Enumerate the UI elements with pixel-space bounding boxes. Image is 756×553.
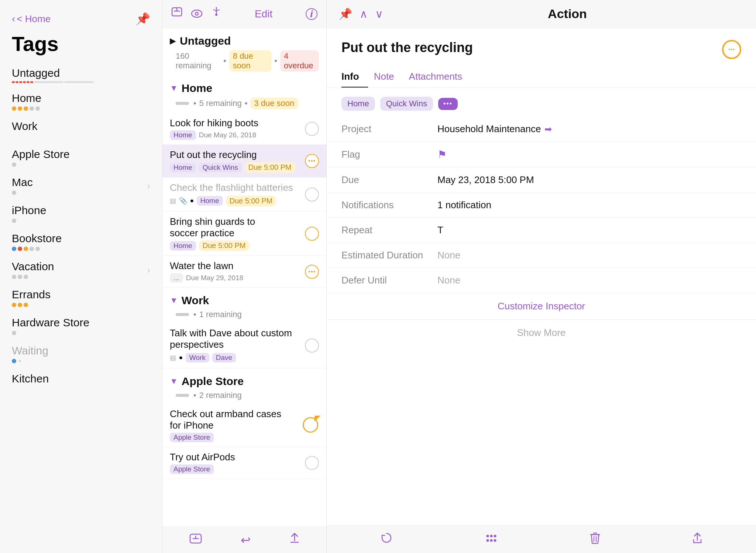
task-item[interactable]: Water the lawn ... Due May 29, 2018 ••• (162, 256, 326, 288)
tag-label: Mac (12, 176, 33, 189)
dots-grid-icon[interactable] (485, 533, 498, 546)
task-name: Look for hiking boots (170, 117, 300, 129)
tags-list: Untagged Home (0, 62, 162, 553)
waiting-dots: ✦ (12, 358, 150, 364)
detail-row-duration: Estimated Duration None (327, 243, 756, 268)
sidebar-item-mac[interactable]: Mac › (0, 171, 162, 199)
repeat-value[interactable]: T (437, 224, 741, 236)
view-icon[interactable] (191, 8, 202, 20)
back-label: < Home (17, 13, 51, 25)
duration-value[interactable]: None (437, 250, 741, 261)
task-item[interactable]: Check out armband casesfor iPhone Apple … (162, 404, 326, 447)
task-tag: Apple Store (170, 464, 214, 474)
history-icon[interactable] (380, 532, 393, 547)
show-more-button[interactable]: Show More (327, 319, 756, 346)
edit-button[interactable]: Edit (255, 8, 272, 20)
trash-icon[interactable] (590, 532, 600, 547)
tab-note[interactable]: Note (374, 66, 403, 87)
field-label: Notifications (341, 199, 437, 211)
tag-label: Bookstore (12, 232, 150, 245)
sidebar-item-untagged[interactable]: Untagged (0, 62, 162, 87)
task-circle[interactable] (305, 339, 319, 353)
sidebar-item-kitchen[interactable]: Kitchen (0, 367, 162, 389)
section-title: Apple Store (182, 375, 244, 388)
task-item[interactable]: Check the flashlight batteries ▤ 📎 • Hom… (162, 178, 326, 212)
section-title: Work (182, 294, 209, 307)
add-tag-button[interactable]: ••• (438, 98, 458, 110)
task-tags-row: ▤ 📎 • Home Due 5:00 PM (170, 195, 300, 207)
errands-dots (12, 302, 150, 308)
task-circle-dots[interactable]: ••• (305, 154, 319, 168)
down-icon[interactable]: ∨ (375, 7, 383, 20)
sidebar-item-waiting[interactable]: Waiting ✦ (0, 339, 162, 367)
task-item[interactable]: Talk with Dave about custom perspectives… (162, 323, 326, 368)
tag-label: iPhone (12, 204, 150, 217)
section-home[interactable]: ▼ Home (162, 75, 326, 97)
task-body: Look for hiking boots Home Due May 26, 2… (170, 117, 300, 140)
add-tag-icon[interactable] (171, 7, 182, 21)
page-title: Tags (12, 32, 150, 56)
task-tags-row: ... Due May 29, 2018 (170, 273, 300, 283)
notifications-value[interactable]: 1 notification (437, 199, 741, 211)
task-tags-row: Home Due May 26, 2018 (170, 130, 300, 140)
task-item[interactable]: Try out AirPods Apple Store (162, 447, 326, 479)
sidebar-item-iphone[interactable]: iPhone (0, 199, 162, 227)
share-icon[interactable] (289, 533, 300, 547)
clip-icon: 📎 (179, 197, 187, 205)
detail-row-notifications: Notifications 1 notification (327, 193, 756, 218)
collapse-icon: ▼ (170, 296, 178, 305)
add-task-icon[interactable] (189, 533, 202, 546)
task-tag: Quick Wins (199, 163, 242, 172)
defer-value[interactable]: None (437, 275, 741, 286)
tags-chips-row: Home Quick Wins ••• (327, 88, 756, 117)
tab-info[interactable]: Info (341, 66, 368, 87)
task-circle[interactable] (305, 188, 319, 202)
task-item-selected[interactable]: Put out the recycling Home Quick Wins Du… (162, 145, 326, 178)
section-untagged[interactable]: ▶ Untagged (162, 28, 326, 50)
sidebar-item-work[interactable]: Work (0, 115, 162, 143)
task-body: Talk with Dave about custom perspectives… (170, 327, 300, 364)
task-circle[interactable] (305, 122, 319, 136)
task-item[interactable]: Look for hiking boots Home Due May 26, 2… (162, 113, 326, 145)
project-link[interactable]: Household Maintenance ➡ (437, 123, 552, 135)
home-dots (12, 106, 150, 111)
sidebar-item-apple-store[interactable]: Apple Store (0, 143, 162, 171)
tab-attachments[interactable]: Attachments (409, 66, 471, 87)
task-body: Check out armband casesfor iPhone Apple … (170, 408, 298, 442)
sidebar-item-bookstore[interactable]: Bookstore (0, 227, 162, 255)
info-icon[interactable]: i (306, 8, 317, 20)
section-work[interactable]: ▼ Work (162, 288, 326, 310)
flag-icon[interactable]: ⚑ (437, 148, 447, 161)
task-item[interactable]: Bring shin guards tosoccer practice Home… (162, 212, 326, 256)
task-list: ▶ Untagged 160 remaining • 8 due soon • … (162, 28, 326, 526)
undo-icon[interactable]: ↩ (241, 533, 251, 547)
up-icon[interactable]: ∧ (360, 7, 368, 20)
sidebar-item-errands[interactable]: Errands (0, 283, 162, 311)
task-circle-orange[interactable] (305, 227, 319, 241)
task-name: Check the flashlight batteries (170, 182, 300, 193)
back-button[interactable]: ‹ < Home (12, 13, 51, 25)
task-circle-dots[interactable]: ••• (305, 265, 319, 279)
section-apple-store[interactable]: ▼ Apple Store (162, 368, 326, 391)
chevron-right-icon: › (147, 180, 150, 192)
chip-home[interactable]: Home (341, 97, 375, 111)
task-circle-flagged[interactable] (303, 417, 319, 433)
customize-inspector-button[interactable]: Customize Inspector (327, 293, 756, 319)
hardware-dots (12, 330, 150, 336)
task-circle[interactable] (305, 456, 319, 470)
sidebar-item-vacation[interactable]: Vacation › (0, 255, 162, 283)
apple-store-meta: • 2 remaining (162, 391, 326, 404)
dots-icon: ••• (308, 158, 316, 164)
tabs-row: Info Note Attachments (327, 66, 756, 88)
chip-quick-wins[interactable]: Quick Wins (380, 97, 433, 111)
share-icon[interactable] (692, 532, 702, 547)
sidebar-item-home[interactable]: Home (0, 87, 162, 115)
note-icon: ▤ (170, 354, 176, 362)
task-complete-button[interactable]: ••• (722, 40, 741, 59)
clean-icon[interactable] (211, 7, 221, 21)
task-body: Try out AirPods Apple Store (170, 451, 300, 474)
sidebar-item-hardware-store[interactable]: Hardware Store (0, 311, 162, 339)
due-value[interactable]: May 23, 2018 5:00 PM (437, 174, 741, 186)
toolbar-icons (171, 7, 221, 21)
pin-icon[interactable]: 📌 (339, 7, 352, 20)
